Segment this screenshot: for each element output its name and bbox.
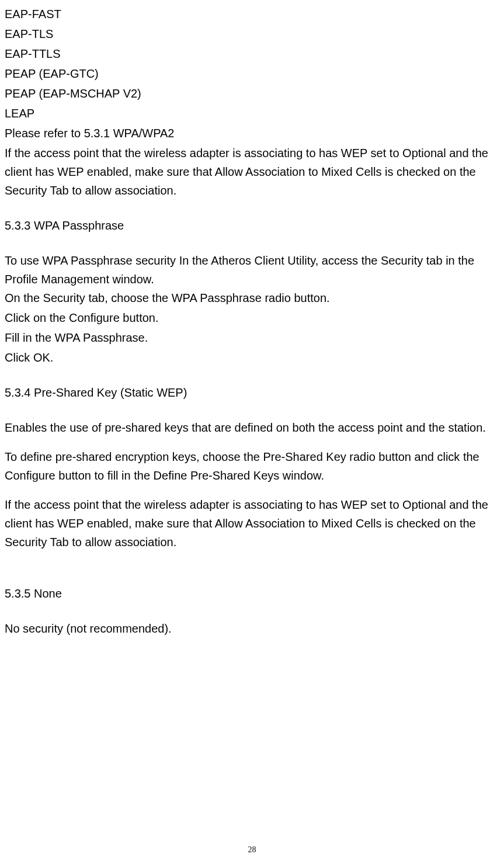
text-paragraph: To define pre-shared encryption keys, ch… [5, 447, 499, 485]
text-line: EAP-TTLS [5, 44, 499, 63]
text-paragraph: To use WPA Passphrase security In the At… [5, 251, 499, 289]
text-paragraph: Enables the use of pre-shared keys that … [5, 418, 499, 437]
text-line: Click on the Configure button. [5, 308, 499, 327]
text-line: LEAP [5, 104, 499, 123]
text-line: On the Security tab, choose the WPA Pass… [5, 289, 499, 307]
text-line: PEAP (EAP-GTC) [5, 64, 499, 83]
text-line: Click OK. [5, 348, 499, 367]
text-paragraph: No security (not recommended). [5, 619, 499, 638]
section-heading-533: 5.3.3 WPA Passphrase [5, 216, 499, 235]
text-line: EAP-FAST [5, 5, 499, 23]
text-line: Fill in the WPA Passphrase. [5, 328, 499, 347]
section-heading-535: 5.3.5 None [5, 584, 499, 603]
text-line: Please refer to 5.3.1 WPA/WPA2 [5, 124, 499, 143]
text-line: EAP-TLS [5, 25, 499, 43]
spacer [5, 485, 499, 495]
spacer [5, 551, 499, 568]
document-content: EAP-FAST EAP-TLS EAP-TTLS PEAP (EAP-GTC)… [5, 5, 499, 638]
text-line: PEAP (EAP-MSCHAP V2) [5, 84, 499, 103]
spacer [5, 437, 499, 447]
text-paragraph: If the access point that the wireless ad… [5, 144, 499, 200]
text-paragraph: If the access point that the wireless ad… [5, 495, 499, 551]
page-number: 28 [248, 843, 256, 856]
section-heading-534: 5.3.4 Pre-Shared Key (Static WEP) [5, 383, 499, 402]
